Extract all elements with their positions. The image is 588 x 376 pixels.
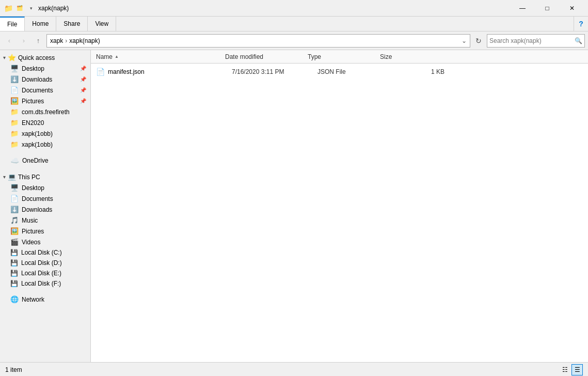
- help-icon[interactable]: ?: [574, 17, 588, 31]
- file-name-manifest: manifest.json: [108, 68, 229, 75]
- sidebar-item-music-pc[interactable]: 🎵 Music: [0, 215, 90, 226]
- table-row[interactable]: 📄 manifest.json 7/16/2020 3:11 PM JSON F…: [91, 65, 588, 79]
- desktop-icon-pc: 🖥️: [10, 184, 19, 192]
- file-date-manifest: 7/16/2020 3:11 PM: [232, 68, 314, 75]
- sidebar-thispc-header[interactable]: ▾ 💻 This PC: [0, 171, 90, 182]
- back-button[interactable]: ‹: [3, 35, 15, 47]
- column-size-header[interactable]: Size: [380, 53, 432, 60]
- folder-icon-4: 📁: [10, 140, 19, 148]
- sidebar-item-documents-pc[interactable]: 📄 Documents: [0, 193, 90, 204]
- search-box[interactable]: 🔍: [487, 34, 585, 48]
- maximize-button[interactable]: □: [535, 0, 559, 17]
- pin-icon-pictures: 📌: [80, 98, 86, 104]
- breadcrumb-current[interactable]: xapk(napk): [69, 37, 100, 44]
- sidebar-section-thispc: ▾ 💻 This PC 🖥️ Desktop 📄 Documents ⬇️ Do…: [0, 171, 90, 289]
- sidebar-diskc-label: Local Disk (C:): [21, 249, 62, 256]
- column-type-header[interactable]: Type: [308, 53, 380, 60]
- sidebar-item-downloads-qa[interactable]: ⬇️ Downloads 📌: [0, 74, 90, 85]
- disk-c-icon: 💾: [10, 249, 18, 256]
- breadcrumb-xapk[interactable]: xapk: [50, 37, 63, 44]
- window-title: xapk(napk): [38, 5, 511, 12]
- column-name-header[interactable]: Name ▲: [96, 53, 225, 60]
- sidebar-documents-pc-label: Documents: [22, 195, 53, 202]
- sidebar-folder1-label: com.dts.freefireth: [22, 108, 70, 116]
- sidebar-item-network[interactable]: 🌐 Network: [0, 294, 90, 305]
- downloads-icon-qa: ⬇️: [10, 75, 19, 83]
- sidebar-item-videos-pc[interactable]: 🎬 Videos: [0, 237, 90, 247]
- sidebar-folder4-label: xapk(1obb): [22, 141, 53, 148]
- pin-icon-documents: 📌: [80, 87, 86, 93]
- sidebar-downloads-pc-label: Downloads: [22, 206, 52, 213]
- sidebar-folder2-label: EN2020: [22, 119, 44, 127]
- quick-access-toolbar-icon1: 📁: [4, 4, 12, 12]
- sidebar-item-diskd[interactable]: 💾 Local Disk (D:): [0, 258, 90, 268]
- onedrive-icon: ☁️: [10, 156, 19, 165]
- title-bar-icons: 📁 🗂️ ▾: [4, 4, 35, 12]
- sidebar-folder3-label: xapk(1obb): [22, 130, 53, 137]
- sidebar-item-pictures-qa[interactable]: 🖼️ Pictures 📌: [0, 96, 90, 106]
- sidebar-item-desktop-qa[interactable]: 🖥️ Desktop 📌: [0, 63, 90, 74]
- sidebar-section-quick-access: ▾ ⭐ Quick access 🖥️ Desktop 📌 ⬇️ Downloa…: [0, 52, 90, 150]
- sort-arrow-name: ▲: [115, 54, 119, 59]
- sidebar-desktop-pc-label: Desktop: [22, 184, 44, 192]
- column-date-label: Date modified: [225, 53, 263, 60]
- sidebar-music-pc-label: Music: [22, 217, 38, 224]
- sidebar-videos-pc-label: Videos: [22, 239, 40, 246]
- sidebar-item-downloads-pc[interactable]: ⬇️ Downloads: [0, 204, 90, 215]
- ribbon: File Home Share View ?: [0, 17, 588, 32]
- breadcrumb[interactable]: This PC xapk › xapk(napk) ⌄: [46, 34, 470, 48]
- sidebar-downloads-qa-label: Downloads: [22, 76, 52, 83]
- sidebar-item-onedrive[interactable]: ☁️ OneDrive: [0, 155, 90, 166]
- sidebar-item-desktop-pc[interactable]: 🖥️ Desktop: [0, 182, 90, 193]
- sidebar-item-folder1[interactable]: 📁 com.dts.freefireth: [0, 106, 90, 117]
- view-large-icons-button[interactable]: ☷: [559, 364, 570, 375]
- quick-access-toolbar-dropdown[interactable]: ▾: [27, 4, 35, 12]
- pictures-icon-qa: 🖼️: [10, 97, 19, 105]
- sidebar-item-diske[interactable]: 💾 Local Disk (E:): [0, 268, 90, 278]
- sidebar-network-label: Network: [22, 296, 44, 303]
- sidebar: ▾ ⭐ Quick access 🖥️ Desktop 📌 ⬇️ Downloa…: [0, 50, 91, 362]
- file-type-manifest: JSON File: [317, 68, 390, 75]
- close-button[interactable]: ✕: [560, 0, 584, 17]
- up-button[interactable]: ↑: [32, 35, 44, 47]
- desktop-icon-qa: 🖥️: [10, 65, 19, 72]
- disk-f-icon: 💾: [10, 280, 18, 287]
- quick-access-label: Quick access: [18, 54, 55, 61]
- sidebar-item-documents-qa[interactable]: 📄 Documents 📌: [0, 85, 90, 96]
- tab-file[interactable]: File: [0, 17, 25, 31]
- sidebar-item-pictures-pc[interactable]: 🖼️ Pictures: [0, 226, 90, 237]
- music-icon: 🎵: [10, 216, 19, 224]
- disk-d-icon: 💾: [10, 259, 18, 267]
- file-icon-manifest: 📄: [96, 68, 105, 76]
- minimize-button[interactable]: —: [511, 0, 534, 17]
- refresh-button[interactable]: ↻: [472, 35, 485, 47]
- sidebar-pictures-qa-label: Pictures: [22, 98, 44, 105]
- column-size-label: Size: [380, 53, 392, 60]
- quick-access-toolbar-icon2: 🗂️: [15, 4, 24, 12]
- sidebar-item-folder2[interactable]: 📁 EN2020: [0, 117, 90, 128]
- documents-icon-qa: 📄: [10, 86, 19, 94]
- tab-view[interactable]: View: [88, 17, 116, 31]
- sidebar-pictures-pc-label: Pictures: [22, 228, 44, 235]
- disk-e-icon: 💾: [10, 270, 18, 277]
- sidebar-diskf-label: Local Disk (F:): [21, 280, 61, 287]
- thispc-icon: 💻: [8, 173, 16, 181]
- ribbon-tabs: File Home Share View ?: [0, 17, 588, 31]
- sidebar-section-network: 🌐 Network: [0, 294, 90, 305]
- sidebar-quick-access-header[interactable]: ▾ ⭐ Quick access: [0, 52, 90, 63]
- status-bar: 1 item ☷ ☰: [0, 362, 588, 376]
- forward-button[interactable]: ›: [18, 35, 30, 47]
- view-details-button[interactable]: ☰: [571, 364, 583, 375]
- sidebar-item-folder3[interactable]: 📁 xapk(1obb): [0, 128, 90, 139]
- sidebar-item-folder4[interactable]: 📁 xapk(1obb): [0, 139, 90, 150]
- window-controls: — □ ✕: [511, 0, 584, 17]
- column-type-label: Type: [308, 53, 321, 60]
- videos-icon: 🎬: [10, 238, 19, 246]
- sidebar-item-diskc[interactable]: 💾 Local Disk (C:): [0, 247, 90, 258]
- search-input[interactable]: [489, 37, 575, 44]
- tab-home[interactable]: Home: [25, 17, 56, 31]
- column-date-header[interactable]: Date modified: [225, 53, 308, 60]
- tab-share[interactable]: Share: [56, 17, 88, 31]
- sidebar-item-diskf[interactable]: 💾 Local Disk (F:): [0, 278, 90, 289]
- folder-icon-2: 📁: [10, 119, 19, 127]
